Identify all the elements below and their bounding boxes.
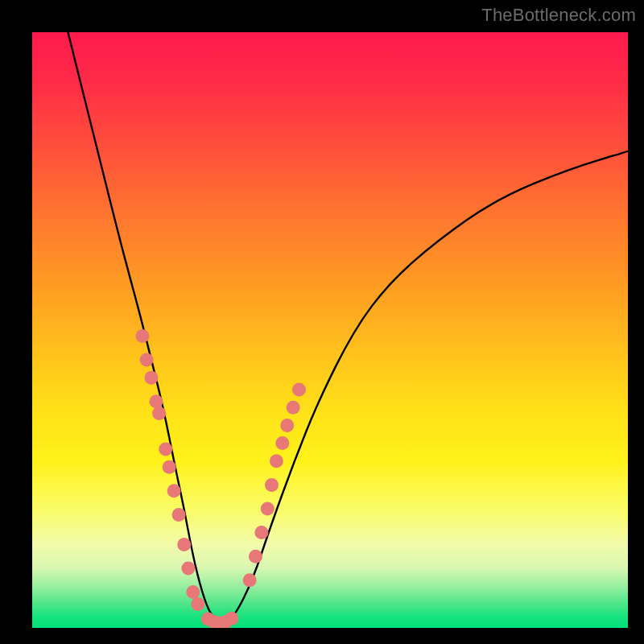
marker-dot <box>149 394 163 408</box>
marker-dot <box>191 597 204 611</box>
marker-dot <box>140 353 154 367</box>
marker-dot <box>249 550 262 564</box>
curve-layer <box>68 32 628 623</box>
watermark-text: TheBottleneck.com <box>481 5 636 26</box>
marker-dot <box>265 478 279 492</box>
marker-dot <box>186 585 200 599</box>
marker-dot <box>177 538 191 551</box>
marker-dot <box>275 436 289 450</box>
marker-dot <box>254 526 268 539</box>
marker-dot <box>159 443 172 456</box>
marker-dot <box>172 508 186 522</box>
marker-dot <box>270 454 283 468</box>
marker-dot <box>292 383 306 397</box>
plot-area <box>32 32 628 628</box>
marker-dot <box>135 329 149 343</box>
marker-dot <box>243 573 257 587</box>
chart-frame: TheBottleneck.com <box>0 0 644 644</box>
marker-dot <box>261 502 275 516</box>
marker-dot <box>152 407 166 420</box>
markers-layer <box>135 329 306 628</box>
bottleneck-curve <box>68 32 628 623</box>
marker-dot <box>280 419 294 432</box>
marker-dot <box>181 562 195 576</box>
marker-dot <box>145 371 159 385</box>
marker-dot <box>225 612 238 625</box>
marker-dot <box>163 460 176 474</box>
chart-svg <box>32 32 628 628</box>
marker-dot <box>287 401 300 415</box>
marker-dot <box>167 484 181 497</box>
